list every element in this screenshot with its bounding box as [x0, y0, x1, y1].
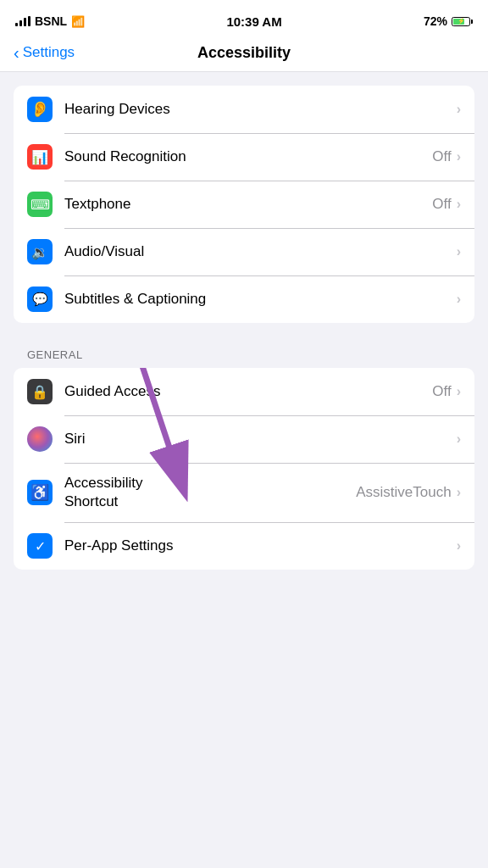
textphone-row[interactable]: ⌨ Textphone Off › — [14, 181, 474, 228]
textphone-value: Off — [432, 196, 451, 213]
battery-icon: ⚡ — [452, 17, 473, 26]
accessibility-shortcut-label-line2: Shortcut — [64, 492, 356, 511]
chevron-right-icon: › — [457, 384, 461, 399]
back-button[interactable]: ‹ Settings — [14, 44, 75, 61]
accessibility-shortcut-row[interactable]: ♿ Accessibility Shortcut AssistiveTouch … — [14, 463, 474, 522]
hearing-settings-group: 👂 Hearing Devices › 📊 Sound Recognition … — [14, 86, 474, 323]
accessibility-shortcut-label-line1: Accessibility — [64, 474, 356, 492]
per-app-settings-label: Per-App Settings — [64, 537, 457, 554]
audio-visual-row[interactable]: 🔉 Audio/Visual › — [14, 228, 474, 275]
chevron-left-icon: ‹ — [14, 44, 19, 61]
hearing-devices-icon: 👂 — [27, 97, 53, 122]
accessibility-shortcut-value: AssistiveTouch — [356, 484, 451, 501]
guided-access-label: Guided Access — [64, 383, 432, 400]
accessibility-shortcut-label: Accessibility Shortcut — [64, 474, 356, 511]
status-bar: BSNL 📶 10:39 AM 72% ⚡ — [0, 0, 488, 37]
siri-icon — [27, 426, 53, 452]
hearing-devices-row[interactable]: 👂 Hearing Devices › — [14, 86, 474, 133]
subtitles-label: Subtitles & Captioning — [64, 291, 457, 308]
chevron-right-icon: › — [457, 485, 461, 500]
chevron-right-icon: › — [457, 149, 461, 164]
time-label: 10:39 AM — [226, 14, 281, 29]
hearing-devices-label: Hearing Devices — [64, 101, 457, 118]
content: 👂 Hearing Devices › 📊 Sound Recognition … — [0, 86, 488, 570]
wifi-icon: 📶 — [71, 15, 85, 28]
guided-access-row[interactable]: 🔒 Guided Access Off › — [14, 368, 474, 415]
battery-percent: 72% — [424, 14, 447, 28]
per-app-settings-icon: ✓ — [27, 533, 53, 559]
subtitles-icon: 💬 — [27, 287, 53, 312]
carrier-label: BSNL — [35, 14, 67, 28]
sound-recognition-label: Sound Recognition — [64, 148, 432, 165]
status-right: 72% ⚡ — [424, 14, 473, 28]
textphone-icon: ⌨ — [27, 192, 53, 217]
sound-recognition-row[interactable]: 📊 Sound Recognition Off › — [14, 133, 474, 181]
chevron-right-icon: › — [457, 538, 461, 554]
chevron-right-icon: › — [457, 292, 461, 307]
general-settings-group: 🔒 Guided Access Off › Siri › ♿ Accessibi… — [14, 368, 474, 570]
chevron-right-icon: › — [457, 244, 461, 259]
sound-recognition-value: Off — [432, 148, 451, 165]
chevron-right-icon: › — [457, 102, 461, 117]
audio-visual-label: Audio/Visual — [64, 243, 457, 260]
subtitles-captioning-row[interactable]: 💬 Subtitles & Captioning › — [14, 275, 474, 323]
general-section-header: GENERAL — [0, 342, 488, 368]
page-title: Accessibility — [197, 44, 291, 62]
per-app-settings-row[interactable]: ✓ Per-App Settings › — [14, 522, 474, 570]
accessibility-shortcut-icon: ♿ — [27, 480, 53, 505]
guided-access-value: Off — [432, 383, 451, 400]
sound-recognition-icon: 📊 — [27, 144, 53, 170]
signal-bars — [15, 16, 30, 26]
nav-bar: ‹ Settings Accessibility — [0, 37, 488, 72]
status-left: BSNL 📶 — [15, 14, 85, 28]
siri-label: Siri — [64, 431, 457, 448]
back-label[interactable]: Settings — [23, 44, 75, 61]
siri-row[interactable]: Siri › — [14, 415, 474, 463]
chevron-right-icon: › — [457, 197, 461, 212]
chevron-right-icon: › — [457, 431, 461, 447]
audio-visual-icon: 🔉 — [27, 239, 53, 264]
textphone-label: Textphone — [64, 196, 432, 213]
guided-access-icon: 🔒 — [27, 379, 53, 404]
